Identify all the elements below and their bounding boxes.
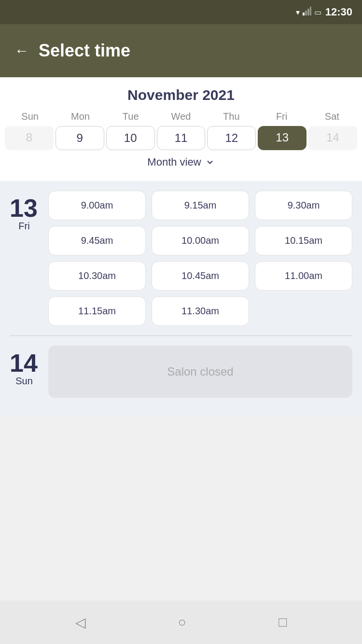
day-14[interactable]: 14 (308, 126, 357, 150)
day-12[interactable]: 12 (207, 126, 256, 150)
salon-closed-label: Salon closed (167, 365, 233, 378)
month-year-label: November 2021 (0, 87, 362, 103)
section-divider (10, 336, 352, 336)
svg-marker-2 (307, 9, 309, 15)
time-slot-915am[interactable]: 9.15am (152, 191, 249, 220)
time-slot-1030am[interactable]: 10.30am (48, 261, 146, 291)
svg-marker-3 (310, 7, 311, 15)
signal-icon (303, 7, 311, 17)
time-slot-1115am[interactable]: 11.15am (48, 296, 146, 326)
day-13-label: 13 Fri (10, 191, 39, 326)
chevron-down-icon (205, 157, 215, 167)
status-icons: ▾ ▭ (296, 7, 321, 17)
time-slot-945am[interactable]: 9.45am (48, 226, 146, 255)
svg-marker-0 (303, 13, 305, 15)
day-14-block: 14 Sun Salon closed (10, 346, 352, 407)
header: ← Select time (0, 24, 362, 77)
nav-back-button[interactable]: ◁ (75, 615, 86, 630)
weekday-tue: Tue (106, 111, 156, 122)
day-8[interactable]: 8 (5, 126, 54, 150)
day-13-name: Fri (10, 221, 39, 232)
month-view-toggle[interactable]: Month view (0, 150, 362, 176)
time-slot-1000am[interactable]: 10.00am (152, 226, 249, 255)
time-slot-1015am[interactable]: 10.15am (255, 226, 352, 255)
time-slot-930am[interactable]: 9.30am (255, 191, 352, 220)
weekday-fri: Fri (256, 111, 306, 122)
day-13-block: 13 Fri 9.00am 9.15am 9.30am 9.45am 10.00… (10, 191, 352, 326)
time-slot-900am[interactable]: 9.00am (48, 191, 146, 220)
svg-marker-1 (305, 11, 307, 15)
time-slot-1045am[interactable]: 10.45am (152, 261, 249, 291)
salon-closed-box: Salon closed (48, 346, 352, 398)
battery-icon: ▭ (314, 8, 321, 17)
time-slot-1130am[interactable]: 11.30am (152, 296, 249, 326)
status-bar: ▾ ▭ 12:30 (0, 0, 362, 24)
time-slots-section: 13 Fri 9.00am 9.15am 9.30am 9.45am 10.00… (0, 181, 362, 417)
month-view-label: Month view (147, 156, 201, 168)
time-slot-1100am[interactable]: 11.00am (255, 261, 352, 291)
days-row: 8 9 10 11 12 13 14 (0, 126, 362, 150)
day-10[interactable]: 10 (106, 126, 155, 150)
day-13-time-grid: 9.00am 9.15am 9.30am 9.45am 10.00am 10.1… (48, 191, 352, 326)
day-13-number: 13 (10, 196, 39, 221)
nav-home-button[interactable]: ○ (178, 615, 186, 630)
day-14-name: Sun (10, 376, 39, 387)
day-14-label: 14 Sun (10, 346, 39, 387)
status-time: 12:30 (325, 6, 352, 18)
weekday-mon: Mon (55, 111, 105, 122)
weekday-headers: Sun Mon Tue Wed Thu Fri Sat (0, 111, 362, 122)
weekday-sun: Sun (5, 111, 55, 122)
weekday-thu: Thu (206, 111, 256, 122)
nav-recent-button[interactable]: □ (278, 615, 287, 630)
day-14-number: 14 (10, 350, 39, 376)
page-title: Select time (39, 41, 130, 61)
day-13[interactable]: 13 (258, 126, 306, 150)
wifi-icon: ▾ (296, 8, 300, 17)
weekday-sat: Sat (307, 111, 357, 122)
weekday-wed: Wed (156, 111, 206, 122)
calendar-section: November 2021 Sun Mon Tue Wed Thu Fri Sa… (0, 77, 362, 181)
day-11[interactable]: 11 (157, 126, 206, 150)
back-button[interactable]: ← (14, 42, 29, 59)
day-9[interactable]: 9 (56, 126, 104, 150)
bottom-nav: ◁ ○ □ (0, 601, 362, 644)
